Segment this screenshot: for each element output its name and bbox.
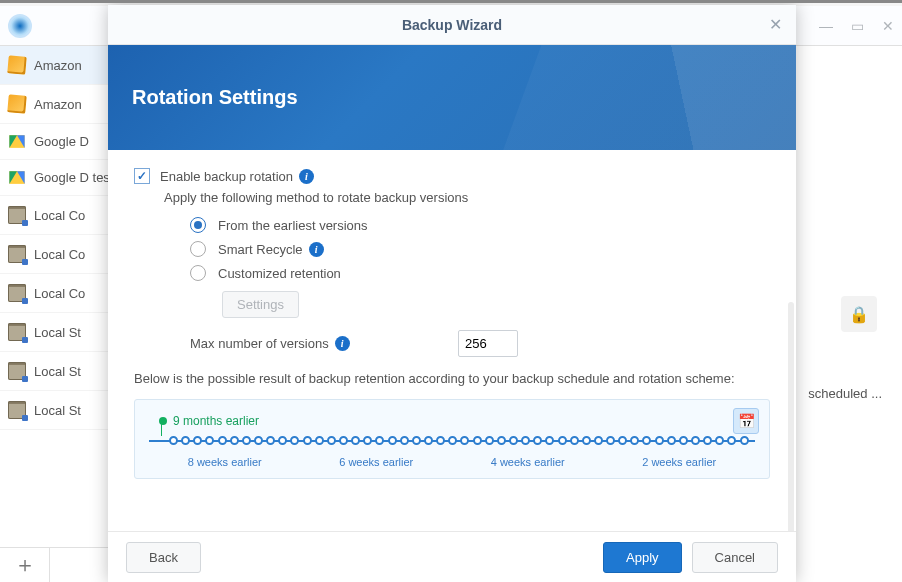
radio-icon[interactable] [190,265,206,281]
amazon-icon [7,55,27,75]
sidebar-item[interactable]: Local Co [0,235,119,274]
timeline-label: 2 weeks earlier [642,456,716,468]
gdrive-icon [9,135,24,148]
sidebar-item-label: Amazon [34,97,82,112]
enable-rotation-label: Enable backup rotation [160,169,293,184]
backup-wizard-dialog: Backup Wizard ✕ Rotation Settings ✓ Enab… [108,5,796,582]
close-app-icon[interactable]: ✕ [882,18,894,34]
apply-button[interactable]: Apply [603,542,682,573]
radio-icon[interactable] [190,217,206,233]
max-versions-label: Max number of versions i [190,336,458,351]
local-icon [8,245,26,263]
radio-smart[interactable]: Smart Recycle i [190,241,770,257]
dialog-header: Rotation Settings [108,45,796,150]
sidebar-item[interactable]: Amazon [0,85,119,124]
dialog-title: Backup Wizard [402,17,502,33]
sidebar-item-label: Local St [34,364,81,379]
sidebar-item-label: Local Co [34,247,85,262]
close-icon[interactable]: ✕ [769,15,782,34]
gdrive-icon [9,171,24,184]
cancel-button[interactable]: Cancel [692,542,778,573]
radio-smart-label: Smart Recycle [218,242,303,257]
local-icon [8,401,26,419]
sidebar-item-label: Local St [34,403,81,418]
sidebar-item-label: Amazon [34,58,82,73]
amazon-icon [7,94,27,114]
lock-icon[interactable]: 🔒 [841,296,877,332]
sidebar-item[interactable]: Google D [0,124,119,160]
sidebar-item-label: Local St [34,325,81,340]
timeline-label: 6 weeks earlier [339,456,413,468]
page-title: Rotation Settings [132,86,298,109]
sidebar-item[interactable]: Local St [0,313,119,352]
radio-custom-label: Customized retention [218,266,341,281]
sidebar-item[interactable]: Local St [0,352,119,391]
result-description: Below is the possible result of backup r… [134,369,770,389]
sidebar-item[interactable]: Google D test [0,160,119,196]
sidebar-item[interactable]: Local Co [0,274,119,313]
earliest-label: 9 months earlier [173,414,259,428]
sidebar-item[interactable]: Amazon [0,46,119,85]
retention-timeline: 📅 9 months earlier 8 weeks earlier6 week… [134,399,770,479]
radio-icon[interactable] [190,241,206,257]
sidebar-item-label: Google D test [34,170,114,185]
back-button[interactable]: Back [126,542,201,573]
local-icon [8,284,26,302]
calendar-icon[interactable]: 📅 [733,408,759,434]
timeline-label: 8 weeks earlier [188,456,262,468]
maximize-icon[interactable]: ▭ [851,18,864,34]
max-versions-input[interactable] [458,330,518,357]
sidebar-item[interactable]: Local St [0,391,119,430]
scrollbar[interactable] [788,302,794,531]
enable-rotation-checkbox[interactable]: ✓ [134,168,150,184]
sidebar-item-label: Local Co [34,286,85,301]
info-icon[interactable]: i [309,242,324,257]
settings-button: Settings [222,291,299,318]
app-logo-icon [8,14,32,38]
info-icon[interactable]: i [299,169,314,184]
sidebar-item-label: Local Co [34,208,85,223]
radio-custom[interactable]: Customized retention [190,265,770,281]
sidebar: AmazonAmazonGoogle DGoogle D testLocal C… [0,46,120,582]
local-icon [8,362,26,380]
radio-earliest[interactable]: From the earliest versions [190,217,770,233]
radio-earliest-label: From the earliest versions [218,218,368,233]
local-icon [8,323,26,341]
schedule-text: scheduled ... [808,386,882,401]
minimize-icon[interactable]: — [819,18,833,34]
sidebar-item[interactable]: Local Co [0,196,119,235]
sidebar-item-label: Google D [34,134,89,149]
dialog-titlebar: Backup Wizard ✕ [108,5,796,45]
add-button[interactable]: ＋ [0,548,50,582]
timeline-label: 4 weeks earlier [491,456,565,468]
info-icon[interactable]: i [335,336,350,351]
apply-method-label: Apply the following method to rotate bac… [164,190,770,205]
local-icon [8,206,26,224]
